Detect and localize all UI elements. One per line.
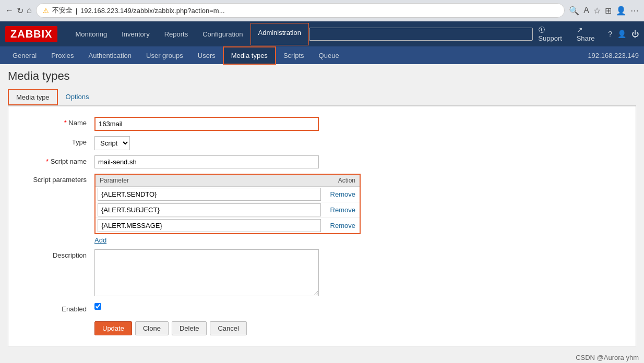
home-icon[interactable]: ⌂ — [27, 6, 32, 15]
scriptname-input[interactable] — [94, 155, 319, 168]
browser-nav: ← ↻ ⌂ — [5, 6, 32, 16]
param-header: Parameter Action — [96, 175, 360, 187]
name-label: Name — [16, 117, 94, 127]
scriptparams-field: Parameter Action Remove Remove Remove — [94, 174, 628, 244]
scriptname-label: Script name — [16, 155, 94, 165]
description-label: Description — [16, 249, 94, 259]
type-select[interactable]: Script Email SMS — [94, 136, 130, 150]
user-icon[interactable]: 👤 — [617, 30, 626, 38]
description-row: Description — [8, 247, 636, 300]
font-icon[interactable]: A — [583, 6, 589, 15]
type-field: Script Email SMS — [94, 136, 628, 150]
param-header-action: Action — [319, 177, 355, 184]
extensions-icon[interactable]: ⊞ — [605, 6, 612, 16]
param-row-3: Remove — [96, 218, 360, 233]
watermark-text: CSDN @Aurora yhm — [576, 354, 639, 361]
subnav-usergroups[interactable]: User groups — [139, 47, 190, 64]
scriptparams-table: Parameter Action Remove Remove Remove — [94, 174, 361, 234]
subnav-users[interactable]: Users — [190, 47, 223, 64]
header-search[interactable] — [309, 28, 533, 41]
warning-icon: ⚠ — [43, 7, 49, 15]
nav-inventory[interactable]: Inventory — [114, 23, 157, 45]
nav-configuration[interactable]: Configuration — [195, 23, 250, 45]
type-label: Type — [16, 136, 94, 146]
update-button[interactable]: Update — [94, 321, 132, 335]
share-link[interactable]: ↗ Share — [577, 26, 603, 42]
scriptname-field — [94, 155, 628, 168]
subnav-queue[interactable]: Queue — [312, 47, 347, 64]
zabbix-header: ZABBIX Monitoring Inventory Reports Conf… — [0, 21, 644, 46]
scriptname-row: Script name — [8, 153, 636, 171]
browser-bar: ← ↻ ⌂ ⚠ 不安全 | 192.168.223.149/zabbix/zab… — [0, 0, 644, 21]
param-remove-3[interactable]: Remove — [321, 222, 357, 229]
nav-reports[interactable]: Reports — [157, 23, 196, 45]
address-text: 192.168.223.149/zabbix/zabbix.php?action… — [80, 7, 224, 15]
clone-button[interactable]: Clone — [135, 321, 169, 335]
logout-icon[interactable]: ⏻ — [631, 30, 639, 38]
help-icon[interactable]: ? — [608, 30, 612, 38]
enabled-label: Enabled — [16, 303, 94, 313]
zabbix-logo: ZABBIX — [5, 26, 57, 42]
profile-icon[interactable]: 👤 — [616, 6, 626, 16]
sub-nav-ip: 192.168.223.149 — [588, 52, 639, 59]
security-text: 不安全 — [52, 6, 73, 15]
name-input[interactable] — [94, 117, 319, 131]
address-bar[interactable]: ⚠ 不安全 | 192.168.223.149/zabbix/zabbix.ph… — [36, 3, 565, 18]
more-icon[interactable]: ⋯ — [630, 6, 639, 16]
tab-mediatype[interactable]: Media type — [8, 89, 58, 105]
param-row-2: Remove — [96, 202, 360, 218]
subnav-scripts[interactable]: Scripts — [276, 47, 312, 64]
tab-panel: Media type Options — [8, 89, 636, 106]
browser-actions: 🔍 A ☆ ⊞ 👤 ⋯ — [569, 6, 639, 16]
param-remove-2[interactable]: Remove — [321, 206, 357, 214]
search-icon[interactable]: 🔍 — [569, 6, 579, 16]
param-input-1[interactable] — [98, 188, 321, 201]
bottom-bar: CSDN @Aurora yhm — [0, 352, 644, 363]
enabled-checkbox[interactable] — [94, 303, 101, 310]
subnav-authentication[interactable]: Authentication — [81, 47, 139, 64]
param-input-3[interactable] — [98, 219, 321, 232]
page-title: Media types — [8, 69, 636, 83]
refresh-icon[interactable]: ↻ — [17, 6, 23, 16]
separator: | — [76, 7, 77, 15]
page-content: Media types Media type Options Name Type… — [0, 64, 644, 352]
subnav-proxies[interactable]: Proxies — [44, 47, 81, 64]
header-right: 🛈 Support ↗ Share ? 👤 ⏻ — [309, 26, 639, 42]
param-header-parameter: Parameter — [100, 177, 319, 184]
description-textarea[interactable] — [94, 249, 319, 296]
sub-nav: General Proxies Authentication User grou… — [0, 46, 644, 64]
main-nav: Monitoring Inventory Reports Configurati… — [68, 23, 308, 45]
nav-administration[interactable]: Administration — [251, 23, 309, 45]
form-buttons: Update Clone Delete Cancel — [8, 316, 636, 338]
tab-options[interactable]: Options — [58, 89, 97, 105]
form-container: Name Type Script Email SMS Script name — [8, 106, 636, 346]
subnav-general[interactable]: General — [5, 47, 44, 64]
add-param-link[interactable]: Add — [94, 236, 106, 244]
bookmark-icon[interactable]: ☆ — [593, 6, 601, 16]
scriptparams-row: Script parameters Parameter Action Remov… — [8, 171, 636, 247]
cancel-button[interactable]: Cancel — [210, 321, 246, 335]
name-row: Name — [8, 114, 636, 134]
param-remove-1[interactable]: Remove — [321, 190, 357, 198]
type-row: Type Script Email SMS — [8, 134, 636, 153]
nav-monitoring[interactable]: Monitoring — [68, 23, 114, 45]
delete-button[interactable]: Delete — [172, 321, 207, 335]
name-field — [94, 117, 628, 131]
param-input-2[interactable] — [98, 203, 321, 216]
scriptparams-label: Script parameters — [16, 174, 94, 184]
back-icon[interactable]: ← — [5, 6, 14, 15]
enabled-row: Enabled — [8, 300, 636, 316]
support-link[interactable]: 🛈 Support — [538, 26, 571, 42]
enabled-field — [94, 303, 628, 310]
description-field — [94, 249, 628, 298]
subnav-mediatypes[interactable]: Media types — [223, 46, 276, 65]
param-row-1: Remove — [96, 187, 360, 202]
